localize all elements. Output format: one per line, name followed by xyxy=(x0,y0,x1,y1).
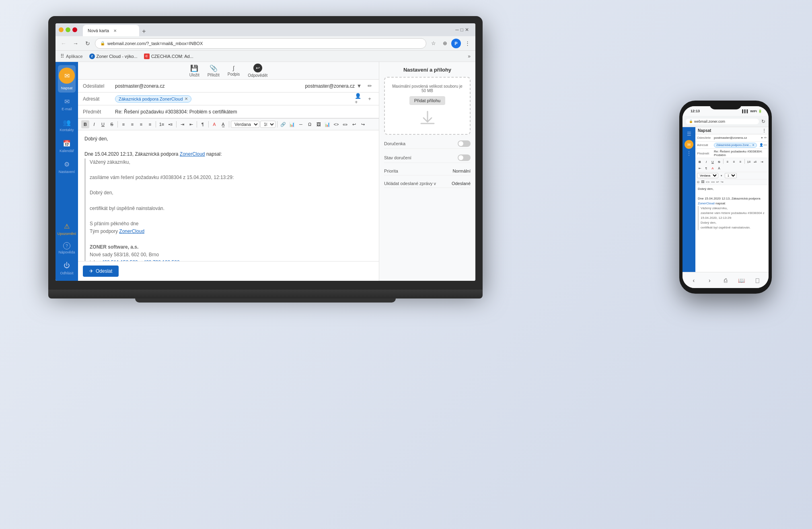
apps-bookmark[interactable]: ⠿ Aplikace xyxy=(60,53,83,59)
phone-code-btn[interactable]: <> xyxy=(706,180,709,184)
phone-cite-btn[interactable]: «» xyxy=(711,180,715,184)
sender-input[interactable] xyxy=(115,83,305,89)
star-button[interactable]: ☆ xyxy=(429,39,438,48)
phone-add-contact-icon[interactable]: 👤+ xyxy=(759,143,765,147)
underline-button[interactable]: U xyxy=(99,120,107,128)
address-bar[interactable]: 🔒 webmail.zoner.com/?_task=mail&_mbox=IN… xyxy=(95,38,426,49)
phone-outdent-btn[interactable]: ⇤ xyxy=(697,165,703,171)
phone-strike-btn[interactable]: S xyxy=(716,159,722,165)
phone-compose-more[interactable]: ⋮ xyxy=(762,128,766,133)
czechia-bookmark[interactable]: C CZECHIA.COM: Ad... xyxy=(144,54,193,59)
phone-sender-edit[interactable]: ✏ xyxy=(764,136,767,140)
phone-url[interactable]: 🔒 webmail.zoner.com xyxy=(686,119,759,124)
close-window-button[interactable] xyxy=(72,27,77,32)
phone-size-select[interactable]: 10pt xyxy=(725,173,737,178)
font-size-select[interactable]: 10pt xyxy=(260,121,275,128)
phone-more-icon[interactable]: ⋮ xyxy=(685,149,693,158)
phone-omega-btn[interactable]: Ω xyxy=(697,180,699,184)
dorucenka-toggle[interactable] xyxy=(458,140,471,147)
reply-toolbar-button[interactable]: ↩ Odpovědět xyxy=(248,64,267,78)
active-tab[interactable]: Nová karta ✕ xyxy=(83,25,139,36)
outdent-button[interactable]: ⇤ xyxy=(187,120,195,128)
phone-bold-btn[interactable]: B xyxy=(697,159,703,165)
more-bookmarks-button[interactable]: » xyxy=(468,54,471,59)
sidebar-item-upozorneni[interactable]: ⚠ Upozornění xyxy=(58,219,76,238)
phone-back-nav-button[interactable]: ‹ xyxy=(689,276,699,285)
extensions-button[interactable]: ⊕ xyxy=(440,39,450,48)
indent-button[interactable]: ⇥ xyxy=(178,120,186,128)
ul-button[interactable]: •≡ xyxy=(167,120,175,128)
sidebar-item-napoveda[interactable]: ? Nápověda xyxy=(58,240,76,257)
restore-icon[interactable]: □ xyxy=(460,27,463,33)
signature-toolbar-button[interactable]: ∫ Podpis xyxy=(228,65,240,76)
paragraph-button[interactable]: ¶ xyxy=(199,120,207,128)
phone-list2-btn[interactable]: •≡ xyxy=(752,159,758,165)
more-menu-button[interactable]: ⋮ xyxy=(463,39,472,48)
profile-button[interactable]: P xyxy=(451,39,461,48)
link-button[interactable]: 🔗 xyxy=(279,120,287,128)
media-button[interactable]: 📊 xyxy=(323,120,331,128)
zoner-cloud-link2[interactable]: ZonerCloud xyxy=(119,228,144,234)
sidebar-item-email[interactable]: ✉ E-mail xyxy=(58,94,76,113)
align-center-button[interactable]: ≡ xyxy=(128,120,136,128)
phone-align1-btn[interactable]: ≡ xyxy=(725,159,730,165)
zoner-cloud-bookmark[interactable]: Z Zoner Cloud - výko... xyxy=(89,54,138,59)
sender-dropdown-button[interactable]: ▼ xyxy=(355,82,364,91)
subject-value[interactable]: Re: Řešení požadavku #3038304: Problém s… xyxy=(115,109,374,115)
phone-forward-nav-button[interactable]: › xyxy=(705,276,714,285)
more-recipient-button[interactable]: + xyxy=(365,95,374,103)
phone-bookmarks-button[interactable]: 📖 xyxy=(737,276,746,285)
zoner-cloud-link[interactable]: ZonerCloud xyxy=(180,151,205,157)
table-button[interactable]: 📊 xyxy=(288,120,296,128)
hr-button[interactable]: ─ xyxy=(297,120,305,128)
new-tab-button[interactable]: + xyxy=(139,27,149,36)
phone-reload-icon[interactable]: ↻ xyxy=(761,119,765,124)
ol-button[interactable]: 1≡ xyxy=(158,120,166,128)
code-button[interactable]: <> xyxy=(332,120,340,128)
sidebar-item-napsat[interactable]: ✉ Napsat xyxy=(58,65,76,93)
add-attachment-button[interactable]: Přidat přílohu xyxy=(409,96,445,105)
bold-button[interactable]: B xyxy=(81,120,89,128)
phone-compose-icon[interactable]: ✉ xyxy=(685,140,693,149)
phone-colorb-btn[interactable]: Ā xyxy=(716,165,722,171)
phone-img-btn[interactable]: 🖼 xyxy=(701,180,704,184)
editor-body[interactable]: Dobrý den, Dne 15.04.2020 12:13, Zákazni… xyxy=(78,130,379,261)
phone-menu-icon[interactable]: ☰ xyxy=(685,130,693,138)
special-chars-button[interactable]: Ω xyxy=(306,120,314,128)
back-button[interactable]: ← xyxy=(59,39,68,48)
phone-align2-btn[interactable]: ≡ xyxy=(731,159,737,165)
sidebar-item-kontakty[interactable]: 👥 Kontakty xyxy=(58,115,76,134)
reload-button[interactable]: ↻ xyxy=(83,39,93,48)
bg-color-button[interactable]: A̲ xyxy=(219,120,227,128)
phone-sender-dropdown[interactable]: ▼ xyxy=(761,136,763,139)
attach-toolbar-button[interactable]: 📎 Přiložit xyxy=(208,64,220,77)
phone-font-select[interactable]: Verdana xyxy=(697,173,718,178)
image-button[interactable]: 🖼 xyxy=(315,120,323,128)
phone-zoner-link[interactable]: ZonerCloud xyxy=(698,202,715,205)
phone-colora-btn[interactable]: A xyxy=(710,165,715,171)
quote-button[interactable]: «» xyxy=(341,120,349,128)
phone-editor-body[interactable]: Dobrý den, Dne 15.04.2020 12:13, Zákazni… xyxy=(695,185,769,232)
sidebar-item-nastaveni[interactable]: ⚙ Nastavení xyxy=(58,157,76,176)
sender-edit-button[interactable]: ✏ xyxy=(365,82,374,91)
phone-share-button[interactable]: ⎙ xyxy=(721,276,730,285)
forward-button[interactable]: → xyxy=(71,39,80,48)
phone-add-more-icon[interactable]: + xyxy=(765,143,767,147)
close-icon[interactable]: ✕ xyxy=(465,27,469,33)
phone-align3-btn[interactable]: ≡ xyxy=(738,159,743,165)
strikethrough-button[interactable]: S xyxy=(108,120,116,128)
phone-recipient-remove[interactable]: ✕ xyxy=(752,144,754,147)
justify-button[interactable]: ≡ xyxy=(146,120,154,128)
stav-toggle[interactable] xyxy=(458,154,471,161)
align-left-button[interactable]: ≡ xyxy=(119,120,127,128)
phone-undo-btn[interactable]: ↩ xyxy=(716,180,719,184)
align-right-button[interactable]: ≡ xyxy=(137,120,145,128)
font-family-select[interactable]: Verdana xyxy=(231,121,259,128)
send-button[interactable]: ✈ Odeslat xyxy=(83,266,119,277)
maximize-button[interactable] xyxy=(66,27,70,32)
sidebar-item-kalendar[interactable]: 📅 Kalendář xyxy=(58,136,76,155)
sidebar-item-odhlasit[interactable]: ⏻ Odhlásit xyxy=(58,258,76,278)
recipient-remove-button[interactable]: ✕ xyxy=(185,97,188,101)
font-color-button[interactable]: A xyxy=(210,120,218,128)
phone-para-btn[interactable]: ¶ xyxy=(703,165,709,171)
